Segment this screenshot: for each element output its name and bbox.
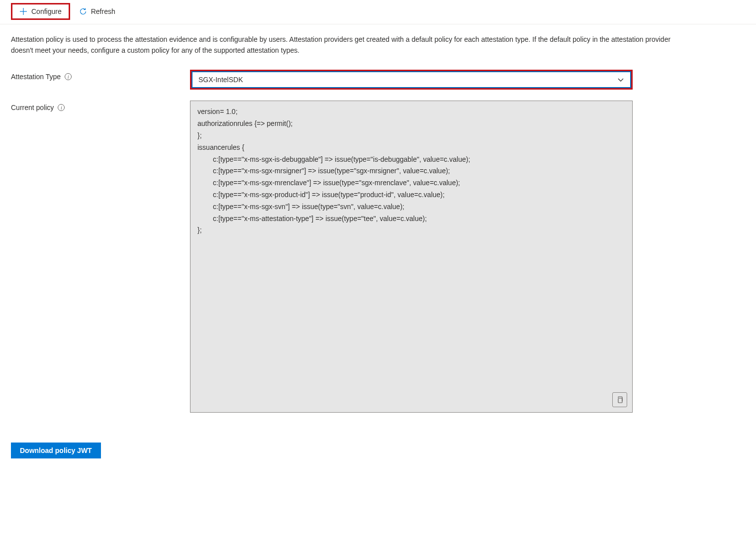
attestation-type-row: Attestation Type i SGX-IntelSDK	[11, 70, 745, 90]
plus-icon	[19, 7, 27, 15]
chevron-down-icon	[617, 76, 624, 83]
toolbar: Configure Refresh	[0, 0, 756, 24]
configure-button[interactable]: Configure	[11, 3, 70, 20]
refresh-label: Refresh	[91, 7, 115, 15]
policy-content: version= 1.0; authorizationrules {=> per…	[197, 108, 470, 234]
attestation-type-select[interactable]: SGX-IntelSDK	[191, 71, 631, 88]
download-jwt-label: Download policy JWT	[20, 447, 92, 454]
copy-button[interactable]	[612, 392, 627, 407]
current-policy-label: Current policy	[11, 104, 54, 112]
attestation-type-label-wrap: Attestation Type i	[11, 70, 190, 81]
info-icon[interactable]: i	[65, 73, 72, 80]
refresh-icon	[79, 7, 87, 15]
attestation-type-control: SGX-IntelSDK	[190, 70, 633, 90]
current-policy-label-wrap: Current policy i	[11, 101, 190, 112]
attestation-type-value: SGX-IntelSDK	[198, 76, 243, 84]
configure-label: Configure	[31, 7, 62, 15]
current-policy-control: version= 1.0; authorizationrules {=> per…	[190, 101, 633, 413]
refresh-button[interactable]: Refresh	[72, 4, 122, 18]
attestation-type-highlight: SGX-IntelSDK	[190, 70, 633, 90]
svg-rect-2	[618, 398, 622, 403]
content-area: Attestation policy is used to process th…	[0, 24, 756, 434]
attestation-type-label: Attestation Type	[11, 73, 61, 81]
download-jwt-button[interactable]: Download policy JWT	[11, 443, 101, 458]
policy-textarea[interactable]: version= 1.0; authorizationrules {=> per…	[190, 101, 633, 413]
policy-description: Attestation policy is used to process th…	[11, 34, 677, 56]
info-icon[interactable]: i	[58, 104, 65, 111]
current-policy-row: Current policy i version= 1.0; authoriza…	[11, 101, 745, 413]
copy-icon	[616, 396, 624, 404]
